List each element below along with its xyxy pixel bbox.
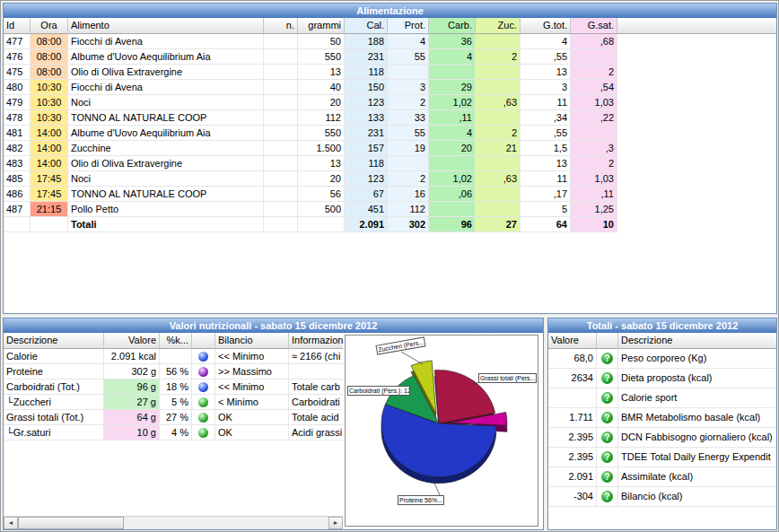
help-icon[interactable]: ? [601,353,613,364]
help-icon[interactable]: ? [601,451,613,463]
food-row[interactable]: 47608:00Albume d'Uovo Aequilibrium Aia55… [4,49,776,65]
cell-n [264,187,298,202]
cell-status [192,364,215,379]
scrollbar-track[interactable] [124,517,328,529]
app-window: Alimentazione IdOraAlimenton.grammiCal.P… [0,0,779,532]
totals-row[interactable]: Totali2.09130296276410 [4,217,776,232]
total-row[interactable]: 1.711?BMR Metabolismo basale (kcal) [548,408,776,428]
cell-grammi: 1.500 [298,141,345,156]
column-header-descrizione[interactable]: Descrizione [618,333,776,349]
cell-gsat [571,126,617,141]
cell-gtot: 11 [521,171,571,187]
cell-valore: 2634 [548,369,597,388]
total-row[interactable]: -304?Bilancio (kcal) [548,487,776,507]
column-header-valore[interactable]: Valore [104,333,160,349]
cell-filler [617,126,776,141]
total-row[interactable]: 68,0?Peso corporeo (Kg) [548,349,776,369]
cell-help: ? [597,448,618,467]
cell-ora: 08:00 [31,34,68,49]
total-row[interactable]: ?Calorie sport [548,388,776,408]
column-header-n[interactable]: n. [264,18,298,34]
column-header-zuc[interactable]: Zuc. [476,18,521,34]
cell-valore: 2.091 kcal [104,349,160,364]
nutrition-row[interactable]: Carboidrati (Tot.)96 g18 %<< MinimoTotal… [4,379,343,395]
cell-ora: 10:30 [31,95,68,110]
column-header-info[interactable]: Informazioni [289,333,343,349]
help-icon[interactable]: ? [601,491,613,502]
cell-pct [160,349,192,364]
column-header-cal[interactable]: Cal. [345,18,388,34]
column-header-gtot[interactable]: G.tot. [521,18,571,34]
help-icon[interactable]: ? [601,372,613,384]
nutrition-row[interactable]: Proteine302 g56 %>> Massimo [4,364,343,379]
food-row[interactable]: 48010:30Fiocchi di Avena401503293,54 [4,80,776,95]
column-header-bilancio[interactable]: Bilancio [215,333,289,349]
nutrition-row[interactable]: └Gr.saturi10 g4 %OKAcidi grassi [4,425,343,440]
cell-prot: 4 [388,34,429,49]
help-icon[interactable]: ? [601,471,613,483]
cell-id: 479 [4,95,31,110]
total-row[interactable]: 2.395?DCN Fabbisogno giornaliero (kcal) [548,428,776,448]
column-header-carb[interactable]: Carb. [429,18,476,34]
cell-carb: ,11 [429,110,476,126]
cell-cal: 123 [345,95,388,110]
food-row[interactable]: 48314:00Olio di Oliva Extravergine131181… [4,156,776,171]
column-header-valore[interactable]: Valore [548,333,597,349]
pie-leader-line [401,352,423,364]
cell-valore: 96 g [104,379,160,395]
help-icon[interactable]: ? [601,392,613,404]
total-row[interactable]: 2.091?Assimilate (kcal) [548,467,776,487]
cell-total-zuc: 27 [476,217,521,232]
cell-n [264,202,298,217]
nutrition-row[interactable]: Grassi totali (Tot.)64 g27 %OKTotale aci… [4,410,343,425]
cell-pct: 27 % [160,410,192,425]
food-row[interactable]: 47810:30TONNO AL NATURALE COOP11213333,1… [4,110,776,126]
cell-zuc: ,63 [476,95,521,110]
column-header-gsat[interactable]: G.sat. [571,18,617,34]
total-row[interactable]: 2.395?TDEE Total Daily Energy Expendit [548,448,776,467]
food-row[interactable]: 47508:00Olio di Oliva Extravergine131181… [4,65,776,80]
cell-grammi: 20 [298,171,345,187]
horizontal-scrollbar[interactable]: ◄ ► [4,516,343,529]
cell-alimento: Olio di Oliva Extravergine [68,156,264,171]
column-header-descrizione[interactable]: Descrizione [4,333,104,349]
scroll-left-button[interactable]: ◄ [4,517,18,529]
cell-gsat: 1,03 [571,171,617,187]
food-row[interactable]: 47708:00Fiocchi di Avena501884364,68 [4,34,776,49]
food-row[interactable]: 47910:30Noci2012321,02,63111,03 [4,95,776,110]
cell-valore: 10 g [104,425,160,440]
food-row[interactable]: 48114:00Albume d'Uovo Aequilibrium Aia55… [4,126,776,141]
totals-table: ValoreDescrizione68,0?Peso corporeo (Kg)… [548,333,776,529]
nutrition-row[interactable]: Calorie2.091 kcal<< Minimo≈ 2166 (chi [4,349,343,364]
column-header-alimento[interactable]: Alimento [68,18,264,34]
cell-gsat: ,54 [571,80,617,95]
column-header-grammi[interactable]: grammi [298,18,345,34]
column-header-id[interactable]: Id [4,18,31,34]
cell-grammi: 13 [298,65,345,80]
cell-gtot: 13 [521,65,571,80]
nutrition-row[interactable]: └Zuccheri27 g5 %< MinimoCarboidrati [4,395,343,410]
cell-n [264,141,298,156]
help-icon[interactable]: ? [601,432,613,443]
scroll-right-button[interactable]: ► [328,517,343,529]
cell-prot [388,65,429,80]
food-row[interactable]: 48517:45Noci2012321,02,63111,03 [4,171,776,187]
scrollbar-thumb[interactable] [18,517,124,529]
food-row[interactable]: 48214:00Zucchine1.5001571920211,5,3 [4,141,776,156]
column-header-pct[interactable]: %k... [160,333,192,349]
help-icon[interactable]: ? [601,412,613,423]
cell-id: 475 [4,65,31,80]
cell-zuc [476,80,521,95]
total-row[interactable]: 2634?Dieta proposta (kcal) [548,369,776,388]
cell-grammi: 500 [298,202,345,217]
food-row[interactable]: 48721:15Pollo Petto50045111251,25 [4,202,776,217]
food-row[interactable]: 48617:45TONNO AL NATURALE COOP566716,06,… [4,187,776,202]
column-header-prot[interactable]: Prot. [388,18,429,34]
column-header-ora[interactable]: Ora [31,18,68,34]
cell-gtot: 4 [521,34,571,49]
column-header-status-icon[interactable] [192,333,215,349]
valori-nutrizionali-panel: Valori nutrizionali - sabato 15 dicembre… [3,318,544,530]
cell-cal: 133 [345,110,388,126]
cell-gtot: ,55 [521,126,571,141]
cell-ora: 14:00 [31,126,68,141]
